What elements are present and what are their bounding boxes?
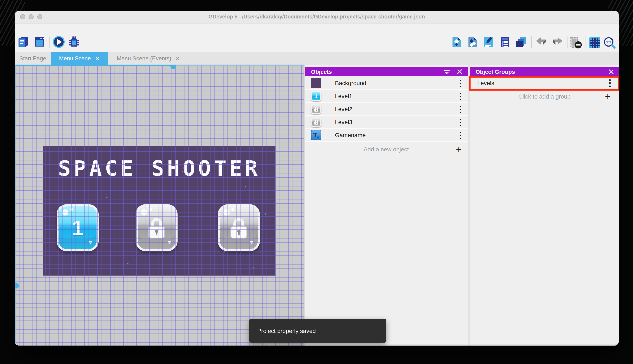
object-menu-icon[interactable] (458, 119, 463, 126)
add-object-row[interactable]: Add a new object + (305, 142, 468, 156)
scene-editor-canvas[interactable]: SPACE SHOOTER 1 (15, 64, 304, 346)
toolbar-divider (49, 36, 50, 48)
groups-panel-title: Object Groups (476, 68, 515, 75)
level2-thumbnail (311, 104, 321, 114)
start-page-icon[interactable] (34, 36, 45, 48)
thumbnail-letter: T (313, 132, 317, 138)
level1-button-sprite[interactable]: 1 (57, 204, 99, 251)
screenshot-root: GDevelop 5 - /Users/dkarakay/Documents/G… (0, 0, 633, 364)
main-toolbar: 1:1 (15, 24, 619, 52)
game-title-text: SPACE SHOOTER (43, 156, 275, 181)
preview-play-icon[interactable] (53, 36, 65, 48)
active-tab-indicator (51, 64, 108, 66)
object-row-background[interactable]: Background (305, 77, 468, 90)
object-menu-icon[interactable] (458, 80, 463, 87)
tab-label: Menu Scene (59, 55, 91, 62)
add-group-row[interactable]: Click to add a group + (470, 90, 619, 102)
background-thumbnail (311, 78, 321, 88)
object-groups-panel: Object Groups Levels Click to add a grou… (470, 64, 619, 346)
vertical-scrollbar-thumb[interactable] (15, 283, 19, 288)
thumbnail-letter-sub: x (317, 134, 319, 138)
lock-icon (147, 216, 166, 240)
level3-locked-sprite[interactable] (218, 204, 260, 251)
tab-start-page[interactable]: Start Page (15, 52, 51, 64)
lock-icon (314, 119, 319, 125)
object-menu-icon[interactable] (458, 132, 463, 139)
tab-label: Menu Scene (Events) (117, 55, 171, 62)
save-toast: Project properly saved (249, 319, 386, 342)
add-object-icon[interactable] (451, 36, 463, 48)
group-menu-icon[interactable] (607, 79, 613, 87)
toggle-instance-mask-icon[interactable] (570, 36, 582, 49)
close-panel-icon[interactable] (608, 68, 614, 75)
editor-tabs: Start Page Menu Scene ✕ Menu Scene (Even… (15, 52, 619, 64)
add-group-label: Click to add a group (470, 90, 619, 102)
object-row-gamename[interactable]: Tx Gamename (305, 129, 468, 142)
lock-icon (314, 106, 319, 112)
title-bar: GDevelop 5 - /Users/dkarakay/Documents/G… (15, 11, 619, 24)
level3-thumbnail (311, 117, 321, 127)
undo-icon[interactable] (535, 36, 547, 49)
close-tab-icon[interactable]: ✕ (175, 56, 180, 61)
panel-divider[interactable] (468, 64, 470, 346)
object-row-level2[interactable]: Level2 (305, 103, 468, 116)
object-label: Level1 (335, 90, 352, 102)
object-label: Level2 (335, 103, 352, 115)
redo-icon[interactable] (551, 36, 563, 49)
object-label: Background (335, 77, 366, 89)
layers-icon[interactable] (515, 36, 527, 48)
level2-locked-sprite[interactable] (136, 204, 178, 251)
gdevelop-window: GDevelop 5 - /Users/dkarakay/Documents/G… (15, 11, 619, 346)
thumbnail-number: 1 (312, 92, 320, 100)
toolbar-divider (585, 36, 586, 48)
lock-icon (230, 216, 248, 240)
horizontal-scrollbar-thumb[interactable] (170, 64, 176, 69)
gamename-thumbnail: Tx (311, 130, 321, 140)
filter-icon[interactable] (443, 68, 450, 75)
close-tab-icon[interactable]: ✕ (95, 56, 100, 61)
svg-text:1:1: 1:1 (606, 40, 611, 44)
project-manager-icon[interactable] (18, 36, 29, 48)
group-label: Levels (477, 78, 494, 89)
close-panel-icon[interactable] (456, 68, 463, 75)
object-row-level3[interactable]: Level3 (305, 116, 468, 129)
debug-icon[interactable] (68, 36, 81, 49)
scene-properties-icon[interactable] (499, 36, 511, 48)
add-group-plus-icon[interactable]: + (605, 90, 611, 102)
levels-highlight-box: Levels (469, 76, 619, 90)
toolbar-divider (567, 36, 568, 48)
edit-scene-icon[interactable] (483, 36, 494, 48)
object-row-level1[interactable]: 1 Level1 (305, 90, 468, 103)
add-instance-icon[interactable] (467, 36, 479, 48)
window-title: GDevelop 5 - /Users/dkarakay/Documents/G… (15, 14, 619, 20)
toolbar-divider (531, 36, 532, 48)
objects-panel-header: Objects (305, 67, 468, 76)
level1-number: 1 (59, 206, 97, 249)
groups-search-bar (470, 344, 619, 346)
vertical-scrollbar-track[interactable] (15, 64, 16, 346)
tab-menu-scene-events[interactable]: Menu Scene (Events) ✕ (108, 52, 189, 64)
objects-panel: Objects Background 1 Lev (305, 64, 468, 346)
add-object-plus-icon[interactable]: + (456, 142, 462, 156)
object-label: Gamename (335, 129, 366, 141)
object-menu-icon[interactable] (458, 93, 463, 100)
tab-menu-scene[interactable]: Menu Scene ✕ (51, 52, 108, 64)
toggle-grid-icon[interactable] (588, 36, 601, 49)
zoom-1-1-icon[interactable]: 1:1 (603, 36, 616, 49)
toast-message: Project properly saved (257, 327, 316, 334)
tab-label: Start Page (19, 55, 46, 62)
objects-panel-title: Objects (311, 68, 332, 75)
objects-search-bar (305, 344, 468, 346)
groups-panel-header: Object Groups (470, 67, 619, 76)
game-scene-area[interactable]: SPACE SHOOTER 1 (43, 146, 275, 276)
group-row-levels[interactable]: Levels (471, 78, 618, 89)
add-object-label: Add a new object (305, 142, 468, 156)
objects-list: Background 1 Level1 (305, 77, 468, 156)
level1-thumbnail: 1 (311, 91, 321, 101)
object-label: Level3 (335, 116, 352, 128)
object-menu-icon[interactable] (458, 106, 463, 113)
